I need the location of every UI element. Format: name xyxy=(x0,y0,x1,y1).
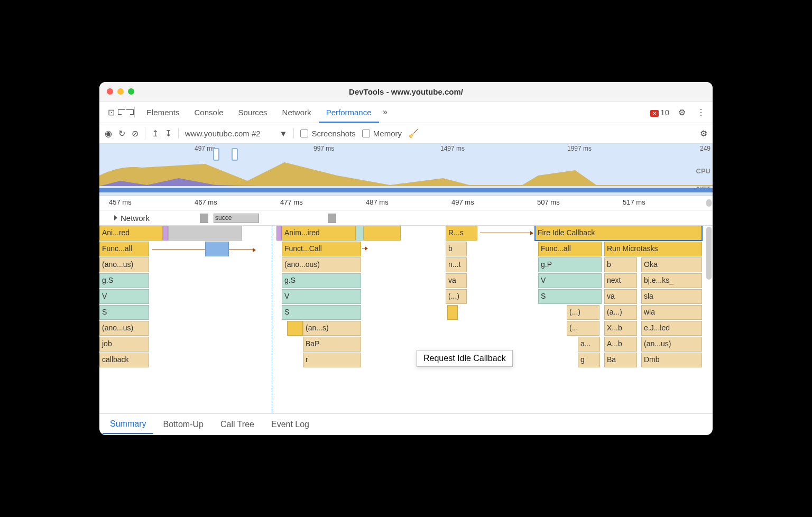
titlebar: DevTools - www.youtube.com/ xyxy=(99,82,713,101)
flame-bar[interactable]: V xyxy=(538,273,602,288)
flame-bar[interactable]: X...b xyxy=(604,321,637,336)
flame-bar[interactable]: va xyxy=(446,273,467,288)
flame-bar[interactable] xyxy=(205,242,229,256)
flame-bar[interactable]: g.S xyxy=(282,273,361,288)
flame-bar[interactable]: (... xyxy=(567,321,599,336)
ruler-tick: 467 ms xyxy=(195,198,217,206)
flame-bar[interactable]: b xyxy=(604,257,637,272)
flame-bar[interactable]: S xyxy=(282,305,361,320)
ruler-tick: 477 ms xyxy=(280,198,303,206)
flame-bar[interactable]: (a...) xyxy=(604,305,637,320)
flame-bar[interactable]: b xyxy=(446,242,467,256)
network-item[interactable] xyxy=(328,214,336,223)
flame-bar[interactable]: (ano...ous) xyxy=(282,257,361,272)
flame-bar[interactable]: callback xyxy=(99,353,149,367)
flame-bar[interactable]: Func...all xyxy=(99,242,149,256)
expand-icon[interactable] xyxy=(114,215,117,220)
range-handle-end[interactable] xyxy=(232,148,238,161)
btab-bottom-up[interactable]: Bottom-Up xyxy=(155,416,210,433)
flame-bar[interactable]: sla xyxy=(641,289,702,304)
flame-bar[interactable]: Oka xyxy=(641,257,702,272)
flame-bar[interactable]: va xyxy=(604,289,637,304)
inspect-icon[interactable]: ⊡ xyxy=(105,107,117,117)
tab-sources[interactable]: Sources xyxy=(231,108,275,117)
tab-elements[interactable]: Elements xyxy=(139,108,187,117)
btab-call-tree[interactable]: Call Tree xyxy=(213,416,262,433)
flame-bar[interactable]: Ani...red xyxy=(99,226,163,241)
flame-bar[interactable]: (...) xyxy=(446,289,467,304)
flame-bar[interactable]: (ano...us) xyxy=(99,321,149,336)
flame-bar[interactable]: g.P xyxy=(538,257,602,272)
flame-bar[interactable]: job xyxy=(99,337,149,352)
flame-bar[interactable]: Fire Idle Callback xyxy=(535,226,702,241)
range-handle-start[interactable] xyxy=(213,148,219,161)
network-item[interactable] xyxy=(200,214,208,223)
flame-bar[interactable]: (an...us) xyxy=(641,337,702,352)
device-icon[interactable]: ⫍⫎ xyxy=(117,107,130,117)
flame-bar[interactable]: wla xyxy=(641,305,702,320)
flame-bar[interactable]: Run Microtasks xyxy=(604,242,702,256)
flame-bar[interactable]: r xyxy=(303,353,361,367)
flame-bar[interactable]: A...b xyxy=(604,337,637,352)
flame-bar[interactable]: n...t xyxy=(446,257,467,272)
tab-console[interactable]: Console xyxy=(187,108,231,117)
kebab-icon[interactable]: ⋮ xyxy=(695,107,707,117)
flame-bar[interactable]: S xyxy=(99,305,149,320)
flame-bar[interactable]: Anim...ired xyxy=(282,226,356,241)
flame-bar[interactable]: V xyxy=(282,289,361,304)
error-badge[interactable]: ✕10 xyxy=(650,108,669,117)
upload-icon[interactable]: ↥ xyxy=(152,128,159,139)
flame-bar[interactable]: e.J...led xyxy=(641,321,702,336)
scrollbar[interactable] xyxy=(706,227,712,280)
overflow-icon[interactable]: » xyxy=(379,107,392,117)
gear-icon[interactable]: ⚙ xyxy=(700,128,707,139)
tab-network[interactable]: Network xyxy=(275,108,319,117)
flame-bar[interactable] xyxy=(364,226,401,241)
flame-bar[interactable]: Func...all xyxy=(538,242,602,256)
main-tabs: ⊡ ⫍⫎ ElementsConsoleSourcesNetworkPerfor… xyxy=(99,101,713,123)
flame-bar[interactable] xyxy=(163,226,168,241)
flame-bar[interactable] xyxy=(356,226,364,241)
flame-bar[interactable]: a... xyxy=(578,337,600,352)
reload-icon[interactable]: ↻ xyxy=(118,128,125,139)
btab-event-log[interactable]: Event Log xyxy=(264,416,317,433)
flame-bar[interactable]: S xyxy=(538,289,602,304)
flame-bar[interactable]: Ba xyxy=(604,353,637,367)
flame-bar[interactable] xyxy=(447,305,458,320)
flame-bar[interactable]: (an...s) xyxy=(303,321,361,336)
flame-bar[interactable]: R...s xyxy=(446,226,477,241)
flame-bar[interactable]: bj.e...ks_ xyxy=(641,273,702,288)
trash-icon[interactable]: 🧹 xyxy=(408,128,419,139)
btab-summary[interactable]: Summary xyxy=(103,415,153,434)
memory-check[interactable]: Memory xyxy=(362,129,402,138)
record-icon[interactable]: ◉ xyxy=(105,128,112,139)
flame-bar[interactable]: V xyxy=(99,289,149,304)
overview-minimap[interactable]: 497 ms 997 ms 1497 ms 1997 ms 249 CPU NE… xyxy=(99,144,713,196)
scrollbar[interactable] xyxy=(706,199,712,207)
flame-chart[interactable]: Request Idle Callback Ani...redAnim...ir… xyxy=(99,226,713,413)
flame-bar[interactable]: g.S xyxy=(99,273,149,288)
flame-bar[interactable]: next xyxy=(604,273,637,288)
flame-bar[interactable] xyxy=(168,226,242,241)
flame-bar[interactable]: Funct...Call xyxy=(282,242,361,256)
divider xyxy=(145,128,145,139)
tab-performance[interactable]: Performance xyxy=(319,108,379,123)
time-ruler[interactable]: 457 ms 467 ms 477 ms 487 ms 497 ms 507 m… xyxy=(99,196,713,210)
window-title: DevTools - www.youtube.com/ xyxy=(99,87,713,96)
network-row[interactable]: Network succe xyxy=(99,210,713,226)
network-item[interactable]: succe xyxy=(214,214,259,223)
flame-bar[interactable]: BaP xyxy=(303,337,361,352)
download-icon[interactable]: ↧ xyxy=(165,128,172,139)
link-arrow xyxy=(480,233,533,234)
recording-select[interactable]: www.youtube.com #2▼ xyxy=(185,129,287,138)
flame-bar[interactable]: (...) xyxy=(567,305,599,320)
flame-bar[interactable]: g xyxy=(578,353,600,367)
link-arrow xyxy=(362,248,367,249)
flame-bar[interactable]: (ano...us) xyxy=(99,257,149,272)
flame-bar[interactable]: Dmb xyxy=(641,353,702,367)
gear-icon[interactable]: ⚙ xyxy=(676,107,688,117)
clear-icon[interactable]: ⊘ xyxy=(132,128,139,139)
flame-bar[interactable] xyxy=(287,321,303,336)
screenshots-check[interactable]: Screenshots xyxy=(300,129,355,138)
flame-bar[interactable] xyxy=(276,226,282,241)
